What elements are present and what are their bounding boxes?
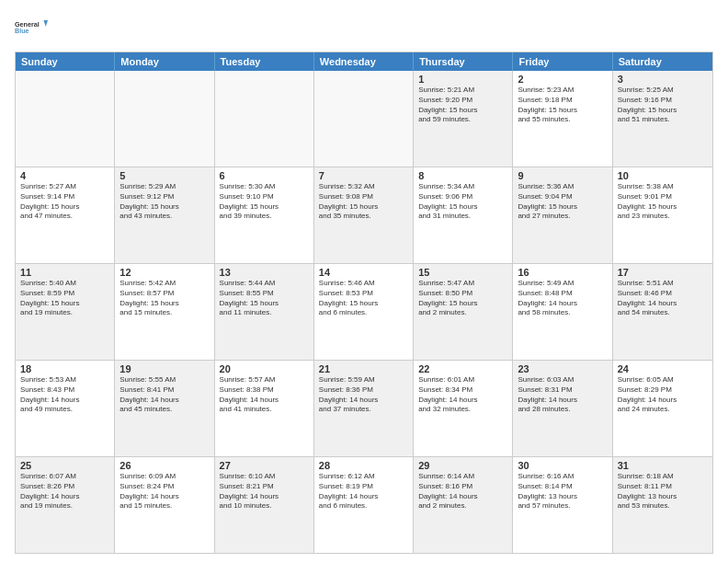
cal-row-1: 4Sunrise: 5:27 AM Sunset: 9:14 PM Daylig… <box>16 167 712 264</box>
cal-cell-0-5: 2Sunrise: 5:23 AM Sunset: 9:18 PM Daylig… <box>513 71 612 167</box>
cal-cell-2-4: 15Sunrise: 5:47 AM Sunset: 8:50 PM Dayli… <box>414 264 513 360</box>
cal-cell-4-4: 29Sunrise: 6:14 AM Sunset: 8:16 PM Dayli… <box>414 457 513 553</box>
day-number: 21 <box>319 363 408 374</box>
header-tuesday: Tuesday <box>215 52 314 71</box>
cal-cell-3-0: 18Sunrise: 5:53 AM Sunset: 8:43 PM Dayli… <box>16 361 115 456</box>
cal-cell-4-6: 31Sunrise: 6:18 AM Sunset: 8:11 PM Dayli… <box>613 457 712 553</box>
cell-details: Sunrise: 5:42 AM Sunset: 8:57 PM Dayligh… <box>119 279 209 318</box>
day-number: 31 <box>618 460 708 471</box>
cal-cell-3-3: 21Sunrise: 5:59 AM Sunset: 8:36 PM Dayli… <box>314 361 414 456</box>
cell-details: Sunrise: 5:23 AM Sunset: 9:18 PM Dayligh… <box>518 86 607 125</box>
day-number: 25 <box>20 460 109 471</box>
day-number: 17 <box>618 267 708 278</box>
day-number: 22 <box>418 363 507 374</box>
header-thursday: Thursday <box>414 52 513 71</box>
cal-cell-2-3: 14Sunrise: 5:46 AM Sunset: 8:53 PM Dayli… <box>314 264 414 360</box>
cal-cell-1-4: 8Sunrise: 5:34 AM Sunset: 9:06 PM Daylig… <box>414 167 513 263</box>
cal-cell-0-2 <box>215 71 314 167</box>
cal-cell-4-1: 26Sunrise: 6:09 AM Sunset: 8:24 PM Dayli… <box>115 457 214 553</box>
cell-details: Sunrise: 5:44 AM Sunset: 8:55 PM Dayligh… <box>220 279 309 318</box>
cell-details: Sunrise: 5:25 AM Sunset: 9:16 PM Dayligh… <box>618 86 708 125</box>
day-number: 1 <box>418 74 507 85</box>
day-number: 4 <box>20 170 109 181</box>
cell-details: Sunrise: 5:30 AM Sunset: 9:10 PM Dayligh… <box>220 182 309 222</box>
page-header: General Blue <box>15 11 713 44</box>
cell-details: Sunrise: 6:09 AM Sunset: 8:24 PM Dayligh… <box>119 472 209 511</box>
header-sunday: Sunday <box>16 52 115 71</box>
cell-details: Sunrise: 5:47 AM Sunset: 8:50 PM Dayligh… <box>418 279 507 318</box>
cal-cell-0-0 <box>16 71 115 167</box>
cell-details: Sunrise: 6:12 AM Sunset: 8:19 PM Dayligh… <box>319 472 408 511</box>
calendar-header: SundayMondayTuesdayWednesdayThursdayFrid… <box>16 52 712 71</box>
day-number: 23 <box>518 363 607 374</box>
cell-details: Sunrise: 5:29 AM Sunset: 9:12 PM Dayligh… <box>119 182 209 222</box>
cell-details: Sunrise: 5:46 AM Sunset: 8:53 PM Dayligh… <box>319 279 408 318</box>
cal-cell-0-3 <box>314 71 414 167</box>
day-number: 19 <box>119 363 209 374</box>
cell-details: Sunrise: 6:16 AM Sunset: 8:14 PM Dayligh… <box>518 472 607 511</box>
day-number: 18 <box>20 363 109 374</box>
cal-row-3: 18Sunrise: 5:53 AM Sunset: 8:43 PM Dayli… <box>16 361 712 457</box>
day-number: 2 <box>518 74 607 85</box>
cell-details: Sunrise: 5:40 AM Sunset: 8:59 PM Dayligh… <box>20 279 109 318</box>
cell-details: Sunrise: 6:01 AM Sunset: 8:34 PM Dayligh… <box>418 375 507 415</box>
day-number: 3 <box>618 74 708 85</box>
cell-details: Sunrise: 5:51 AM Sunset: 8:46 PM Dayligh… <box>618 279 708 318</box>
day-number: 13 <box>220 267 309 278</box>
header-wednesday: Wednesday <box>314 52 414 71</box>
cell-details: Sunrise: 5:21 AM Sunset: 9:20 PM Dayligh… <box>418 86 507 125</box>
cell-details: Sunrise: 5:49 AM Sunset: 8:48 PM Dayligh… <box>518 279 607 318</box>
cal-row-0: 1Sunrise: 5:21 AM Sunset: 9:20 PM Daylig… <box>16 71 712 167</box>
cal-cell-2-5: 16Sunrise: 5:49 AM Sunset: 8:48 PM Dayli… <box>513 264 612 360</box>
cal-cell-3-2: 20Sunrise: 5:57 AM Sunset: 8:38 PM Dayli… <box>215 361 314 456</box>
cal-cell-3-4: 22Sunrise: 6:01 AM Sunset: 8:34 PM Dayli… <box>414 361 513 456</box>
day-number: 27 <box>220 460 309 471</box>
cell-details: Sunrise: 5:59 AM Sunset: 8:36 PM Dayligh… <box>319 375 408 415</box>
cal-cell-1-3: 7Sunrise: 5:32 AM Sunset: 9:08 PM Daylig… <box>314 167 414 263</box>
cell-details: Sunrise: 5:38 AM Sunset: 9:01 PM Dayligh… <box>618 182 708 222</box>
day-number: 30 <box>518 460 607 471</box>
cal-cell-2-0: 11Sunrise: 5:40 AM Sunset: 8:59 PM Dayli… <box>16 264 115 360</box>
cal-row-2: 11Sunrise: 5:40 AM Sunset: 8:59 PM Dayli… <box>16 264 712 361</box>
cal-cell-4-0: 25Sunrise: 6:07 AM Sunset: 8:26 PM Dayli… <box>16 457 115 553</box>
cell-details: Sunrise: 5:55 AM Sunset: 8:41 PM Dayligh… <box>119 375 209 415</box>
day-number: 29 <box>418 460 507 471</box>
day-number: 7 <box>319 170 408 181</box>
day-number: 5 <box>119 170 209 181</box>
day-number: 12 <box>119 267 209 278</box>
cal-cell-4-3: 28Sunrise: 6:12 AM Sunset: 8:19 PM Dayli… <box>314 457 414 553</box>
cell-details: Sunrise: 5:27 AM Sunset: 9:14 PM Dayligh… <box>20 182 109 222</box>
cal-cell-0-6: 3Sunrise: 5:25 AM Sunset: 9:16 PM Daylig… <box>613 71 712 167</box>
cal-cell-1-6: 10Sunrise: 5:38 AM Sunset: 9:01 PM Dayli… <box>613 167 712 263</box>
cal-cell-0-4: 1Sunrise: 5:21 AM Sunset: 9:20 PM Daylig… <box>414 71 513 167</box>
cell-details: Sunrise: 5:32 AM Sunset: 9:08 PM Dayligh… <box>319 182 408 222</box>
calendar-body: 1Sunrise: 5:21 AM Sunset: 9:20 PM Daylig… <box>16 71 712 553</box>
cal-cell-2-2: 13Sunrise: 5:44 AM Sunset: 8:55 PM Dayli… <box>215 264 314 360</box>
cell-details: Sunrise: 5:53 AM Sunset: 8:43 PM Dayligh… <box>20 375 109 415</box>
logo: General Blue <box>15 11 48 44</box>
cal-cell-2-6: 17Sunrise: 5:51 AM Sunset: 8:46 PM Dayli… <box>613 264 712 360</box>
day-number: 28 <box>319 460 408 471</box>
logo-svg: General Blue <box>15 11 48 44</box>
day-number: 6 <box>220 170 309 181</box>
cell-details: Sunrise: 6:05 AM Sunset: 8:29 PM Dayligh… <box>618 375 708 415</box>
cal-cell-1-2: 6Sunrise: 5:30 AM Sunset: 9:10 PM Daylig… <box>215 167 314 263</box>
day-number: 26 <box>119 460 209 471</box>
day-number: 10 <box>618 170 708 181</box>
header-saturday: Saturday <box>613 52 712 71</box>
day-number: 24 <box>618 363 708 374</box>
cal-cell-3-5: 23Sunrise: 6:03 AM Sunset: 8:31 PM Dayli… <box>513 361 612 456</box>
cell-details: Sunrise: 6:10 AM Sunset: 8:21 PM Dayligh… <box>220 472 309 511</box>
header-monday: Monday <box>115 52 214 71</box>
cell-details: Sunrise: 6:03 AM Sunset: 8:31 PM Dayligh… <box>518 375 607 415</box>
cal-cell-1-5: 9Sunrise: 5:36 AM Sunset: 9:04 PM Daylig… <box>513 167 612 263</box>
cal-cell-1-0: 4Sunrise: 5:27 AM Sunset: 9:14 PM Daylig… <box>16 167 115 263</box>
cal-cell-0-1 <box>115 71 214 167</box>
cell-details: Sunrise: 6:14 AM Sunset: 8:16 PM Dayligh… <box>418 472 507 511</box>
day-number: 20 <box>220 363 309 374</box>
cal-cell-3-1: 19Sunrise: 5:55 AM Sunset: 8:41 PM Dayli… <box>115 361 214 456</box>
cal-cell-1-1: 5Sunrise: 5:29 AM Sunset: 9:12 PM Daylig… <box>115 167 214 263</box>
cell-details: Sunrise: 6:18 AM Sunset: 8:11 PM Dayligh… <box>618 472 708 511</box>
cell-details: Sunrise: 5:34 AM Sunset: 9:06 PM Dayligh… <box>418 182 507 222</box>
day-number: 11 <box>20 267 109 278</box>
